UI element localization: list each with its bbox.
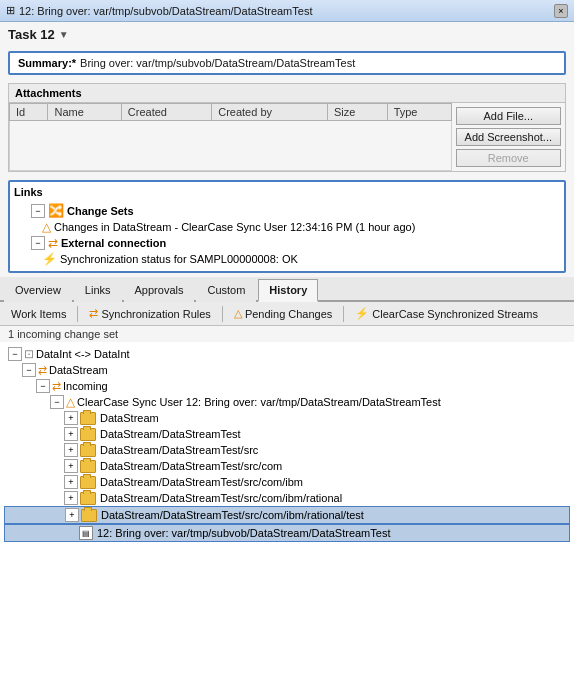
tree-node-ibm: + DataStream/DataStreamTest/src/com/ibm: [4, 474, 570, 490]
streams-icon: ⚡: [355, 307, 369, 320]
toolbar-bar: Work Items ⇄ Synchronization Rules △ Pen…: [0, 302, 574, 326]
tree-section[interactable]: − ⊡ DataInt <-> DataInt − ⇄ DataStream −…: [0, 342, 574, 680]
task-title: Task 12: [8, 27, 55, 42]
work-items-button[interactable]: Work Items: [4, 305, 73, 323]
expand-rational[interactable]: +: [64, 491, 78, 505]
expand-ibm[interactable]: +: [64, 475, 78, 489]
file-label: 12: Bring over: var/tmp/subvob/DataStrea…: [97, 527, 390, 539]
dataStream-icon: ⇄: [38, 364, 47, 377]
attachments-buttons: Add File... Add Screenshot... Remove: [452, 103, 565, 171]
links-header: Links: [14, 186, 560, 198]
summary-label: Summary:*: [18, 57, 76, 69]
com-label: DataStream/DataStreamTest/src/com: [100, 460, 282, 472]
separator2: [222, 306, 223, 322]
attachments-header: Attachments: [9, 84, 565, 103]
ds-folder-label: DataStream: [100, 412, 159, 424]
remove-button[interactable]: Remove: [456, 149, 561, 167]
links-sync-status: ⚡ Synchronization status for SAMPL000000…: [14, 251, 560, 267]
tab-history[interactable]: History: [258, 279, 318, 302]
col-name: Name: [48, 104, 121, 121]
folder-icon-rational: [80, 492, 96, 505]
rational-label: DataStream/DataStreamTest/src/com/ibm/ra…: [100, 492, 342, 504]
expand-dstest[interactable]: +: [64, 427, 78, 441]
expand-ds-folder[interactable]: +: [64, 411, 78, 425]
pending-changes-button[interactable]: △ Pending Changes: [227, 304, 339, 323]
tree-node-ds-folder: + DataStream: [4, 410, 570, 426]
sync-status-icon: ⚡: [42, 252, 57, 266]
add-screenshot-button[interactable]: Add Screenshot...: [456, 128, 561, 146]
tree-node-file-highlighted: ▤ 12: Bring over: var/tmp/subvob/DataStr…: [4, 524, 570, 542]
separator1: [77, 306, 78, 322]
expand-test[interactable]: +: [65, 508, 79, 522]
ccuser-icon: △: [66, 395, 75, 409]
pending-icon: △: [234, 307, 242, 320]
folder-icon-ibm: [80, 476, 96, 489]
test-label: DataStream/DataStreamTest/src/com/ibm/ra…: [101, 509, 364, 521]
file-icon: ▤: [79, 526, 93, 540]
dataStream-label: DataStream: [49, 364, 108, 376]
incoming-icon: ⇄: [52, 380, 61, 393]
src-label: DataStream/DataStreamTest/src: [100, 444, 258, 456]
expand-icon-ext[interactable]: −: [31, 236, 45, 250]
links-changeset-item: △ Changes in DataStream - ClearCase Sync…: [14, 219, 560, 235]
attachments-table: Id Name Created Created by Size Type: [9, 103, 452, 171]
window-body: Task 12 ▼ Summary:* Attachments Id Name …: [0, 22, 574, 680]
summary-section: Summary:*: [8, 51, 566, 75]
tree-node-dataInt: − ⊡ DataInt <-> DataInt: [4, 346, 570, 362]
dstest-label: DataStream/DataStreamTest: [100, 428, 241, 440]
folder-icon-dstest: [80, 428, 96, 441]
title-bar-label: 12: Bring over: var/tmp/subvob/DataStrea…: [19, 5, 312, 17]
expand-incoming[interactable]: −: [36, 379, 50, 393]
task-dropdown-icon[interactable]: ▼: [59, 29, 69, 40]
changeset-item-label: Changes in DataStream - ClearCase Sync U…: [54, 221, 415, 233]
expand-com[interactable]: +: [64, 459, 78, 473]
expand-icon[interactable]: −: [31, 204, 45, 218]
tab-links[interactable]: Links: [74, 279, 122, 302]
separator3: [343, 306, 344, 322]
links-changesets-row: − 🔀 Change Sets: [14, 202, 560, 219]
title-bar: ⊞ 12: Bring over: var/tmp/subvob/DataStr…: [0, 0, 574, 22]
sync-status-label: Synchronization status for SAMPL00000008…: [60, 253, 298, 265]
attachments-table-wrap: Id Name Created Created by Size Type Add…: [9, 103, 565, 171]
external-icon: ⇄: [48, 236, 58, 250]
col-id: Id: [10, 104, 48, 121]
col-type: Type: [387, 104, 451, 121]
changeset-icon: 🔀: [48, 203, 64, 218]
expand-dataInt[interactable]: −: [8, 347, 22, 361]
tree-node-incoming: − ⇄ Incoming: [4, 378, 570, 394]
dataInt-icon: ⊡: [24, 347, 34, 361]
folder-icon-com: [80, 460, 96, 473]
tab-overview[interactable]: Overview: [4, 279, 72, 302]
dataInt-label: DataInt <-> DataInt: [36, 348, 130, 360]
tree-node-dataStream: − ⇄ DataStream: [4, 362, 570, 378]
links-external-row: − ⇄ External connection: [14, 235, 560, 251]
incoming-label: Incoming: [63, 380, 108, 392]
col-size: Size: [328, 104, 388, 121]
expand-ccuser[interactable]: −: [50, 395, 64, 409]
status-text: 1 incoming change set: [0, 326, 574, 342]
changeset-item-icon: △: [42, 220, 51, 234]
tabs-bar: Overview Links Approvals Custom History: [0, 277, 574, 302]
tab-content: Work Items ⇄ Synchronization Rules △ Pen…: [0, 302, 574, 680]
summary-input[interactable]: [80, 57, 556, 69]
sync-icon: ⇄: [89, 307, 98, 320]
tab-custom[interactable]: Custom: [196, 279, 256, 302]
folder-icon-test: [81, 509, 97, 522]
expand-src[interactable]: +: [64, 443, 78, 457]
tree-node-rational: + DataStream/DataStreamTest/src/com/ibm/…: [4, 490, 570, 506]
clearcase-streams-button[interactable]: ⚡ ClearCase Synchronized Streams: [348, 304, 545, 323]
ccuser-label: ClearCase Sync User 12: Bring over: var/…: [77, 396, 441, 408]
title-bar-text: ⊞ 12: Bring over: var/tmp/subvob/DataStr…: [6, 4, 312, 17]
col-created-by: Created by: [212, 104, 328, 121]
close-button[interactable]: ×: [554, 4, 568, 18]
tree-node-com: + DataStream/DataStreamTest/src/com: [4, 458, 570, 474]
changesets-label: Change Sets: [67, 205, 134, 217]
sync-rules-button[interactable]: ⇄ Synchronization Rules: [82, 304, 217, 323]
table-row: [10, 121, 452, 171]
col-created: Created: [121, 104, 211, 121]
tree-node-ccuser: − △ ClearCase Sync User 12: Bring over: …: [4, 394, 570, 410]
tree-node-src: + DataStream/DataStreamTest/src: [4, 442, 570, 458]
expand-dataStream[interactable]: −: [22, 363, 36, 377]
add-file-button[interactable]: Add File...: [456, 107, 561, 125]
tab-approvals[interactable]: Approvals: [124, 279, 195, 302]
